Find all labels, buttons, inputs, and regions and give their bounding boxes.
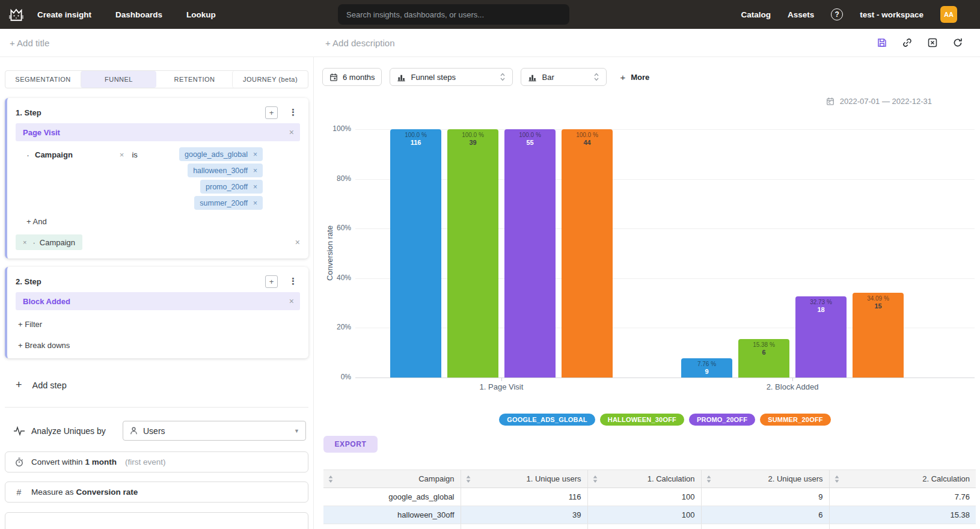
close-insight-icon[interactable] [927,37,938,48]
convert-within-button[interactable]: Convert within 1 month (first event) [5,451,308,472]
filter-operator[interactable]: is [132,150,137,159]
remove-value-icon[interactable]: × [253,167,257,175]
x-axis-tick-mark [792,378,793,381]
share-link-icon[interactable] [902,37,913,48]
funnel-bar-google_ads_global[interactable]: 7.76 %9 [681,358,732,378]
nav-dashboards[interactable]: Dashboards [115,10,162,19]
funnel-bar-google_ads_global[interactable]: 100.0 %116 [390,129,441,378]
funnel-bar-halloween_30off[interactable]: 15.38 %6 [738,339,789,378]
remove-value-icon[interactable]: × [253,183,257,191]
more-button[interactable]: + More [620,72,649,82]
filter-value-chip[interactable]: halloween_30off× [188,164,263,177]
results-table: Campaign1. Unique users1. Calculation2. … [323,469,975,529]
table-cell: 9 [701,488,829,506]
results-table-grid: Campaign1. Unique users1. Calculation2. … [323,469,976,529]
measure-text: Measure as [31,488,74,497]
time-window-button[interactable]: 6 months [322,68,382,86]
filter-value-chip[interactable]: google_ads_global× [179,147,263,161]
help-icon[interactable]: ? [831,8,843,20]
remove-event-icon[interactable]: × [289,127,294,137]
column-header-2-unique-users[interactable]: 2. Unique users [701,470,829,488]
step-2-kebab-menu-icon[interactable]: ⋮ [289,276,298,287]
person-icon [129,426,138,435]
chart-type-select[interactable]: Bar [521,68,607,86]
analyze-by-select[interactable]: Users ▼ [123,421,306,441]
workspace-name[interactable]: test - workspace [860,10,923,19]
bar-label: 32.73 %18 [795,298,847,314]
remove-breakdown-icon[interactable]: × [23,239,26,246]
add-title[interactable]: + Add title [10,38,49,48]
step-1-event-pill[interactable]: Page Visit × [16,123,300,141]
refresh-icon[interactable] [952,37,963,48]
filter-property[interactable]: Campaign [35,150,73,159]
nav-lookup[interactable]: Lookup [186,10,216,19]
primary-nav: Create insight Dashboards Lookup [37,10,216,19]
legend-item-halloween_30off[interactable]: HALLOWEEN_30OFF [600,414,684,426]
legend-item-promo_20off[interactable]: PROMO_20OFF [689,414,755,426]
logo-cat-icon[interactable] [6,5,26,23]
legend-item-summer_20off[interactable]: SUMMER_20OFF [760,414,831,426]
tab-journey-beta[interactable]: JOURNEY (beta) [232,71,308,88]
nav-assets[interactable]: Assets [788,10,814,19]
nav-create-insight[interactable]: Create insight [37,10,91,19]
tab-segmentation[interactable]: SEGMENTATION [5,71,81,88]
add-breakdowns-link[interactable]: + Break downs [18,341,300,350]
date-range-text: 2022-07-01 — 2022-12-31 [840,97,932,106]
remove-value-icon[interactable]: × [253,199,257,207]
add-filter-link[interactable]: + Filter [18,320,300,329]
add-description[interactable]: + Add description [325,38,395,48]
chart-kind-select[interactable]: Funnel steps [390,68,513,86]
chart-controls: 6 months Funnel steps [322,68,649,86]
save-icon[interactable] [877,37,887,48]
filter-value-chip[interactable]: promo_20off× [200,180,263,194]
table-cell [829,524,976,529]
step-1-kebab-menu-icon[interactable]: ⋮ [289,107,298,118]
remove-event-icon[interactable]: × [289,296,294,306]
export-button[interactable]: EXPORT [323,436,378,453]
legend-item-google_ads_global[interactable]: GOOGLE_ADS_GLOBAL [499,414,595,426]
column-header-1-unique-users[interactable]: 1. Unique users [461,470,587,488]
divider [5,407,308,408]
x-axis-category-label: 2. Block Added [767,382,819,391]
tab-funnel[interactable]: FUNNEL [81,71,156,88]
table-row[interactable]: google_ads_global11610097.76 [323,488,976,506]
funnel-step-2-card: 2. Step + ⋮ Block Added × + Filter + Bre… [5,267,308,358]
chip-label: promo_20off [206,183,248,191]
funnel-bar-summer_20off[interactable]: 100.0 %44 [562,129,613,378]
funnel-bar-summer_20off[interactable]: 34.09 %15 [853,293,904,378]
chevron-updown-icon [593,72,599,82]
column-header-campaign[interactable]: Campaign [323,470,461,488]
step-1-add-event-icon[interactable]: + [265,106,278,119]
avatar[interactable]: AA [940,6,957,23]
nav-catalog[interactable]: Catalog [741,10,771,19]
funnel-bar-promo_20off[interactable]: 100.0 %55 [504,129,556,378]
search-input[interactable]: Search insights, dashboards, or users... [338,4,569,25]
step-2-event-pill[interactable]: Block Added × [16,292,300,310]
remove-value-icon[interactable]: × [253,150,257,159]
table-cell [701,524,829,529]
table-cell [323,524,461,529]
table-row-partial[interactable] [323,524,976,529]
clear-breakdown-icon[interactable]: × [295,237,300,247]
step-2-add-event-icon[interactable]: + [265,275,278,288]
table-row[interactable]: halloween_30off39100615.38 [323,506,976,524]
search-placeholder: Search insights, dashboards, or users... [346,10,484,19]
funnel-bar-halloween_30off[interactable]: 100.0 %39 [447,129,498,378]
breakdown-chip[interactable]: × · Campaign [16,234,82,250]
funnel-bar-promo_20off[interactable]: 32.73 %18 [795,296,847,378]
add-step-button[interactable]: + Add step [16,379,313,391]
gridline [355,378,975,378]
bar-percent-label: 15.38 % [738,341,789,349]
filter-value-chip[interactable]: summer_20off× [194,196,263,210]
bar-users-label: 18 [795,306,847,314]
column-header-2-calculation[interactable]: 2. Calculation [829,470,976,488]
remove-filter-icon[interactable]: × [120,150,124,159]
add-and-condition[interactable]: + And [26,217,300,226]
measure-as-button[interactable]: # Measure as Conversion rate [5,482,308,503]
clipped-option-box[interactable] [5,512,308,529]
bar-chart-icon [397,73,406,82]
sort-icon [835,475,839,483]
tab-retention[interactable]: RETENTION [156,71,232,88]
column-header-1-calculation[interactable]: 1. Calculation [587,470,701,488]
bar-percent-label: 34.09 % [853,295,904,302]
